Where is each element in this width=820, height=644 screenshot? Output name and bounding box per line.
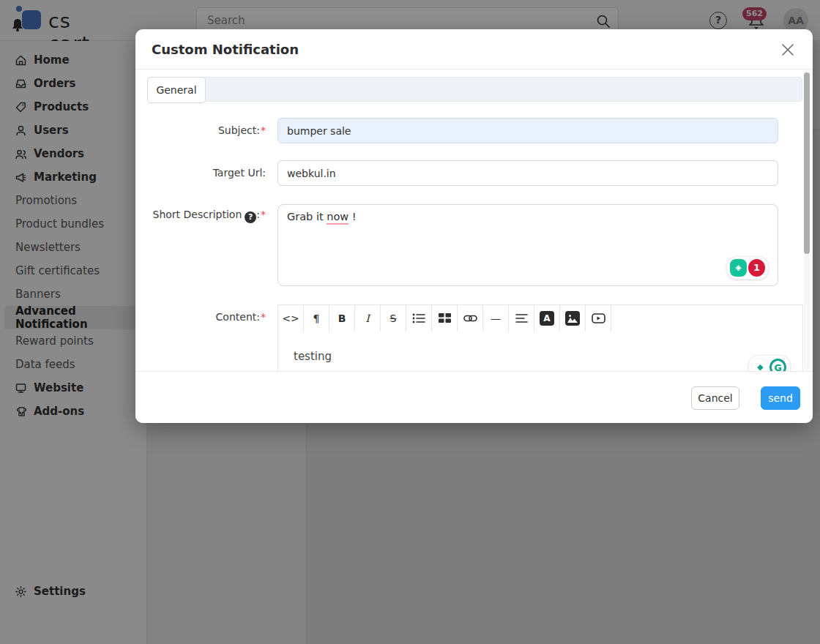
grammarly-count-badge: 1	[748, 259, 765, 277]
modal-scrollbar-track[interactable]	[804, 71, 810, 370]
editor-strikethrough-button[interactable]: S	[381, 305, 406, 331]
tooltip-help-icon[interactable]: ?	[245, 211, 256, 223]
editor-image-button[interactable]	[560, 305, 586, 331]
modal-footer: Cancel send	[135, 371, 813, 423]
subject-input[interactable]	[277, 118, 778, 143]
editor-align-button[interactable]	[509, 305, 534, 331]
short-description-textarea[interactable]: Grab it now !	[277, 204, 778, 286]
target-url-input[interactable]	[277, 160, 778, 186]
spellcheck-underline: now	[327, 211, 348, 225]
editor-table-button[interactable]	[432, 305, 458, 331]
content-text: testing	[294, 350, 332, 363]
modal-scrollbar-thumb[interactable]	[804, 72, 810, 254]
editor-toolbar: <> ¶ B I S — A	[277, 304, 803, 331]
send-button[interactable]: send	[761, 386, 800, 410]
short-description-label: Short Description?:*	[135, 209, 266, 223]
editor-bold-button[interactable]: B	[329, 305, 355, 331]
cancel-button[interactable]: Cancel	[691, 386, 739, 410]
modal-tabstrip: General	[147, 77, 802, 102]
editor-video-button[interactable]	[586, 305, 611, 331]
custom-notification-modal: Custom Notification General Subject:* Ta…	[135, 29, 813, 423]
grammarly-widget[interactable]: ◈ 1	[726, 256, 769, 280]
editor-paragraph-button[interactable]: ¶	[304, 305, 329, 331]
close-icon[interactable]	[780, 42, 795, 57]
editor-unordered-list-button[interactable]	[406, 305, 432, 331]
grammarly-bulb-icon: ◈	[730, 259, 747, 277]
editor-font-color-button[interactable]: A	[534, 305, 560, 331]
subject-label: Subject:*	[135, 118, 266, 143]
tab-general[interactable]: General	[147, 77, 206, 103]
content-label: Content:*	[135, 304, 266, 330]
editor-link-button[interactable]	[458, 305, 483, 331]
modal-title: Custom Notification	[152, 29, 299, 70]
content-editor-area[interactable]: testing	[277, 331, 803, 372]
editor-toolbar-spacer	[611, 305, 802, 331]
target-url-label: Target Url:	[135, 160, 266, 186]
editor-code-button[interactable]: <>	[278, 305, 304, 331]
editor-italic-button[interactable]: I	[355, 305, 381, 331]
screen: cs cart ? 562 AA Home Orders Products	[0, 0, 820, 644]
modal-header: Custom Notification	[135, 29, 813, 70]
editor-horizontal-rule-button[interactable]: —	[483, 305, 509, 331]
